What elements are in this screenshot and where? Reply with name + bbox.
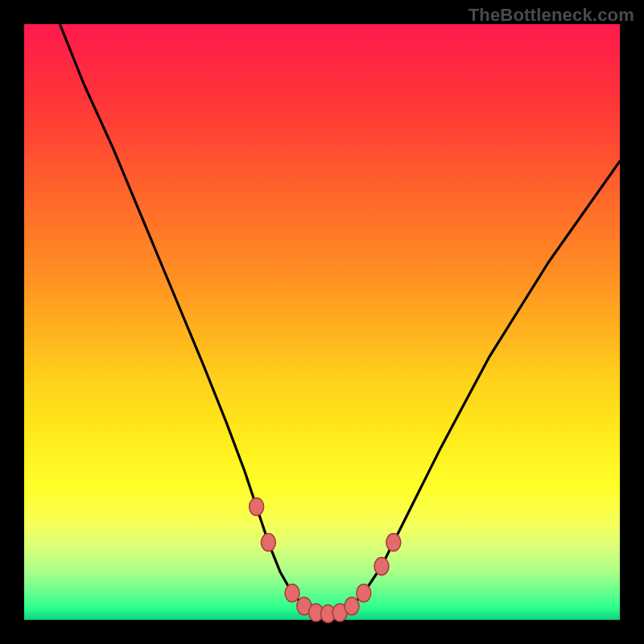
curve-marker	[374, 557, 389, 575]
curve-marker	[250, 497, 264, 515]
curve-marker	[261, 534, 275, 551]
curve-marker	[285, 584, 299, 602]
curve-marker	[357, 584, 371, 602]
watermark-text: TheBottleneck.com	[469, 5, 634, 26]
v-curve-path	[60, 24, 620, 614]
curve-marker	[386, 534, 401, 551]
curve-marker	[345, 597, 359, 615]
chart-plot-area	[24, 24, 620, 620]
marker-group	[250, 497, 401, 622]
chart-svg	[24, 24, 620, 620]
chart-frame: TheBottleneck.com	[0, 0, 644, 644]
